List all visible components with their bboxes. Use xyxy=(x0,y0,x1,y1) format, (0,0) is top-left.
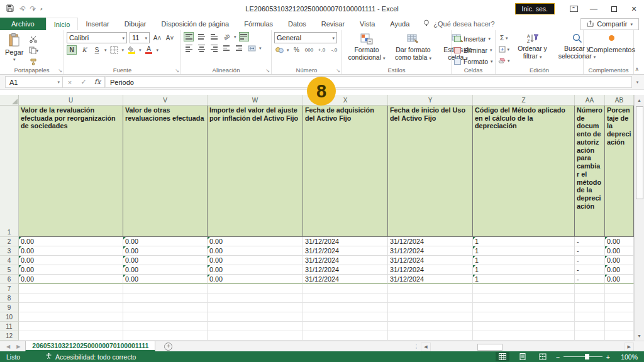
cell-V7[interactable] xyxy=(123,284,208,293)
autosum-icon[interactable]: Σ▾ xyxy=(498,33,510,43)
row-header-3[interactable]: 3 xyxy=(0,246,19,256)
fill-icon[interactable]: ▾ xyxy=(498,45,510,54)
italic-button[interactable]: K xyxy=(79,45,89,55)
minimize-button[interactable]: — xyxy=(584,0,604,18)
cell-W12[interactable] xyxy=(208,331,303,341)
cell-W9[interactable] xyxy=(208,303,303,312)
font-color-icon[interactable]: A xyxy=(144,45,154,55)
cell-Y7[interactable] xyxy=(388,284,473,293)
cell-V3[interactable]: 0.00 xyxy=(123,246,208,256)
row-header-4[interactable]: 4 xyxy=(0,256,19,265)
cell-AA3[interactable]: - xyxy=(575,246,605,256)
scroll-left-icon[interactable]: ◀ xyxy=(421,343,430,351)
cell-AB8[interactable] xyxy=(605,293,634,303)
wrap-text-icon[interactable] xyxy=(239,32,249,41)
increase-decimal-icon[interactable]: +.0 xyxy=(317,45,327,55)
cell-Z2[interactable]: 1 xyxy=(473,237,575,246)
addins-button[interactable]: Complementos xyxy=(586,32,638,66)
page-break-view-icon[interactable] xyxy=(536,352,550,361)
cell-Y8[interactable] xyxy=(388,293,473,303)
cell-Z1[interactable]: Código del Método aplicado en el cálculo… xyxy=(473,106,575,237)
align-center-icon[interactable] xyxy=(196,43,206,53)
cell-AB6[interactable]: 0.00 xyxy=(605,275,634,284)
row-header-2[interactable]: 2 xyxy=(0,237,19,246)
cell-W3[interactable]: 0.00 xyxy=(208,246,303,256)
cell-V11[interactable] xyxy=(123,322,208,331)
customize-qat-icon[interactable]: ⸗ xyxy=(40,6,42,12)
merge-center-icon[interactable] xyxy=(247,43,257,53)
select-all-corner[interactable] xyxy=(0,95,19,105)
cell-Y9[interactable] xyxy=(388,303,473,312)
formula-input[interactable]: Periodo xyxy=(105,76,632,88)
cell-AA9[interactable] xyxy=(575,303,605,312)
cell-X8[interactable] xyxy=(303,293,388,303)
name-box[interactable]: A1 ▾ xyxy=(5,76,63,88)
cell-AB11[interactable] xyxy=(605,322,634,331)
cell-W2[interactable]: 0.00 xyxy=(208,237,303,246)
cell-AA11[interactable] xyxy=(575,322,605,331)
tab-split-handle[interactable]: ⁞ xyxy=(416,344,418,350)
tab-vista[interactable]: Vista xyxy=(352,18,382,30)
column-header-AB[interactable]: AB xyxy=(605,95,634,105)
paste-button[interactable]: Pegar ▾ xyxy=(3,32,26,66)
fill-color-icon[interactable] xyxy=(126,45,136,55)
column-header-Y[interactable]: Y xyxy=(388,95,473,105)
tab-disposici-n-de-p-gina[interactable]: Disposición de página xyxy=(154,18,237,30)
copy-icon[interactable]: ▾ xyxy=(28,46,38,55)
cell-X5[interactable]: 31/12/2024 xyxy=(303,265,388,275)
scroll-right-icon[interactable]: ▶ xyxy=(625,343,634,351)
cell-Y10[interactable] xyxy=(388,312,473,322)
cell-X12[interactable] xyxy=(303,331,388,341)
scroll-up-icon[interactable]: ▲ xyxy=(635,95,644,105)
cell-U6[interactable]: 0.00 xyxy=(19,275,123,284)
enter-icon[interactable]: ✓ xyxy=(77,78,91,86)
cell-AA8[interactable] xyxy=(575,293,605,303)
align-top-icon[interactable] xyxy=(184,32,194,41)
cell-U5[interactable]: 0.00 xyxy=(19,265,123,275)
decrease-decimal-icon[interactable]: -.0 xyxy=(330,45,340,55)
sort-filter-button[interactable]: AZ Ordenar y filtrar ▾ xyxy=(513,32,553,66)
cell-W10[interactable] xyxy=(208,312,303,322)
cell-Z3[interactable]: 1 xyxy=(473,246,575,256)
cell-AA10[interactable] xyxy=(575,312,605,322)
cell-AA7[interactable] xyxy=(575,284,605,293)
cell-AA2[interactable]: - xyxy=(575,237,605,246)
shrink-font-icon[interactable]: A˅ xyxy=(165,33,175,43)
cell-X2[interactable]: 31/12/2024 xyxy=(303,237,388,246)
format-painter-icon[interactable] xyxy=(28,57,38,66)
cell-V4[interactable]: 0.00 xyxy=(123,256,208,265)
font-size-select[interactable]: 11 ▾ xyxy=(130,32,150,43)
cell-Z4[interactable]: 1 xyxy=(473,256,575,265)
tell-me-search[interactable]: ¿Qué desea hacer? xyxy=(417,18,501,30)
delete-cells-button[interactable]: Eliminar ▾ xyxy=(454,45,493,55)
undo-icon[interactable]: ↶▾ xyxy=(19,5,25,13)
zoom-slider-thumb[interactable] xyxy=(585,354,589,359)
cell-V8[interactable] xyxy=(123,293,208,303)
accessibility-status[interactable]: Accesibilidad: todo correcto xyxy=(45,353,136,361)
cell-AB3[interactable]: 0.00 xyxy=(605,246,634,256)
decrease-indent-icon[interactable] xyxy=(221,43,231,53)
cell-W6[interactable]: 0.00 xyxy=(208,275,303,284)
row-header-9[interactable]: 9 xyxy=(0,303,19,312)
horizontal-scrollbar[interactable]: ⁞ ◀ ▶ xyxy=(416,343,634,351)
save-icon[interactable] xyxy=(6,4,14,13)
cell-AA6[interactable]: - xyxy=(575,275,605,284)
chevron-down-icon[interactable]: ▾ xyxy=(259,46,262,50)
insert-function-icon[interactable]: fx xyxy=(91,78,104,86)
share-button[interactable]: Compartir ▾ xyxy=(580,18,639,30)
cell-Z8[interactable] xyxy=(473,293,575,303)
number-format-select[interactable]: General ▾ xyxy=(274,32,337,43)
cell-U8[interactable] xyxy=(19,293,123,303)
comma-style-icon[interactable]: 000 xyxy=(304,45,314,55)
cell-U3[interactable]: 0.00 xyxy=(19,246,123,256)
align-right-icon[interactable] xyxy=(209,43,219,53)
cell-V6[interactable]: 0.00 xyxy=(123,275,208,284)
cell-X10[interactable] xyxy=(303,312,388,322)
cell-Y11[interactable] xyxy=(388,322,473,331)
dialog-launcher-icon[interactable]: ↘ xyxy=(58,68,62,74)
cell-AB9[interactable] xyxy=(605,303,634,312)
chevron-down-icon[interactable]: ▾ xyxy=(234,35,236,39)
tab-dibujar[interactable]: Dibujar xyxy=(117,18,154,30)
cell-U10[interactable] xyxy=(19,312,123,322)
horizontal-scroll-track[interactable] xyxy=(433,344,622,351)
